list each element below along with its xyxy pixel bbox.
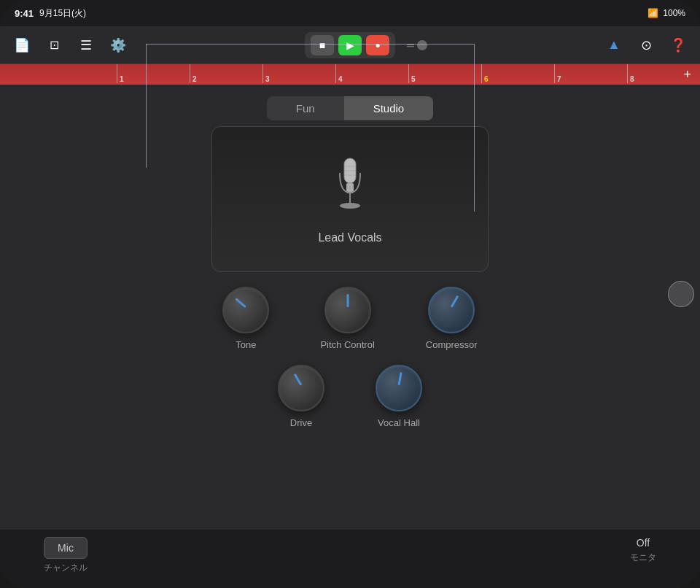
equalizer-button[interactable]: ▲ [601, 32, 627, 58]
home-button[interactable] [668, 281, 694, 307]
vocal-hall-knob[interactable] [376, 365, 422, 411]
annotation-line-right-h [299, 44, 474, 45]
add-track-icon[interactable]: + [683, 67, 691, 82]
new-doc-icon: 📄 [14, 37, 30, 53]
new-document-button[interactable]: 📄 [9, 32, 35, 58]
help-icon: ❓ [670, 37, 686, 53]
tone-knob-label: Tone [236, 339, 256, 350]
list-button[interactable]: ☰ [73, 32, 99, 58]
preset-tabs: Fun Studio [0, 85, 700, 126]
wifi-icon: 📶 [648, 8, 658, 18]
voice-display[interactable]: Lead Vocals [211, 126, 489, 272]
ruler-mark-3: 3 [262, 64, 335, 83]
ruler-mark-4: 4 [335, 64, 408, 83]
tone-knob[interactable] [222, 287, 269, 333]
metronome-area: ═ [407, 39, 427, 51]
vocal-hall-knob-container: Vocal Hall [376, 365, 422, 428]
tracks-button[interactable]: ⊡ [41, 32, 67, 58]
monitor-section: Off モニタ [630, 537, 656, 564]
channel-button[interactable]: Mic [44, 537, 88, 559]
status-icons: 📶 100% [648, 8, 685, 18]
mixer-button[interactable]: ⚙️ [105, 32, 131, 58]
status-date: 9月15日(火) [39, 7, 86, 20]
pitch-control-knob[interactable] [324, 287, 371, 333]
pitch-control-knob-label: Pitch Control [320, 339, 374, 350]
monitor-label: モニタ [630, 552, 656, 564]
compressor-knob-container: Compressor [426, 287, 478, 350]
list-icon: ☰ [80, 37, 92, 53]
monitor-status: Off [637, 537, 650, 549]
annotation-line-left-v [146, 44, 147, 168]
ruler-marks: 1 2 3 4 5 6 7 8 [0, 64, 700, 85]
record-button[interactable]: ● [366, 35, 389, 55]
knobs-section: Tone Pitch Control Compressor Drive Vo [0, 287, 700, 443]
ruler-mark-6: 6 [481, 64, 554, 83]
pitch-control-knob-container: Pitch Control [320, 287, 374, 350]
status-time: 9:41 [15, 8, 34, 19]
tone-knob-container: Tone [222, 287, 269, 350]
drive-knob[interactable] [278, 365, 324, 411]
battery-icon: 100% [663, 8, 685, 18]
microphone-icon [328, 155, 372, 223]
stop-icon: ■ [319, 39, 325, 51]
status-bar: 9:41 9月15日(火) 📶 100% [0, 0, 700, 26]
main-content: Fun Studio Lead Vocals [0, 85, 700, 588]
play-button[interactable]: ▶ [338, 35, 362, 55]
play-icon: ▶ [346, 39, 354, 51]
stop-button[interactable]: ■ [311, 35, 334, 55]
ruler-mark-7: 7 [554, 64, 627, 83]
channel-label: チャンネル [44, 562, 88, 574]
vocal-hall-knob-label: Vocal Hall [378, 417, 420, 428]
mixer-icon: ⚙️ [110, 37, 126, 53]
tab-studio[interactable]: Studio [344, 96, 434, 120]
compressor-knob-label: Compressor [426, 339, 478, 350]
annotation-line-left-h [146, 44, 299, 45]
knobs-row-1: Tone Pitch Control Compressor [222, 287, 477, 350]
tab-fun[interactable]: Fun [267, 96, 344, 120]
settings-button[interactable]: ⊙ [633, 32, 659, 58]
drive-knob-label: Drive [290, 417, 312, 428]
voice-name-label: Lead Vocals [318, 231, 381, 244]
toolbar: 📄 ⊡ ☰ ⚙️ ■ ▶ ● ═ ▲ ⊙ ❓ [0, 26, 700, 64]
timeline-ruler[interactable]: 1 2 3 4 5 6 7 8 + [0, 64, 700, 85]
settings-icon: ⊙ [641, 37, 652, 53]
metronome-icon: ═ [407, 39, 414, 51]
help-button[interactable]: ❓ [665, 32, 691, 58]
ruler-mark-1: 1 [117, 64, 190, 83]
equalizer-icon: ▲ [607, 37, 621, 53]
knobs-row-2: Drive Vocal Hall [278, 365, 422, 428]
tracks-icon: ⊡ [50, 38, 59, 52]
bottom-bar: Mic チャンネル Off モニタ [0, 530, 700, 588]
drive-knob-container: Drive [278, 365, 324, 428]
svg-point-6 [340, 203, 360, 209]
transport-controls: ■ ▶ ● [305, 32, 395, 58]
ruler-mark-5: 5 [408, 64, 481, 83]
compressor-knob[interactable] [428, 287, 475, 333]
annotation-line-right-v [474, 44, 475, 212]
channel-section: Mic チャンネル [44, 537, 88, 574]
record-icon: ● [375, 40, 380, 50]
ruler-mark-2: 2 [190, 64, 262, 83]
metronome-circle [417, 40, 427, 50]
